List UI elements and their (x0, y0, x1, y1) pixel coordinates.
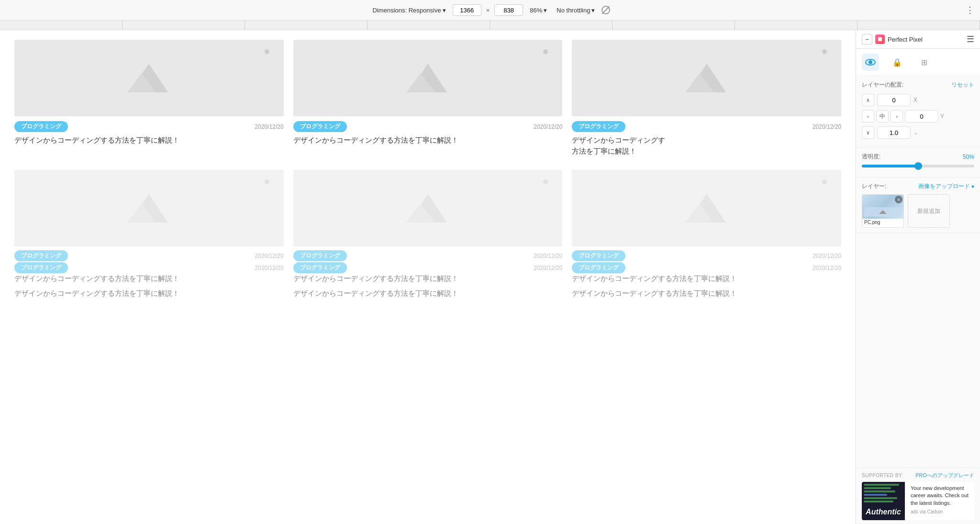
pp-title: Perfect Pixel (888, 36, 923, 43)
article-card-ghost-2: プログラミング 2020/12/20 プログラミング 2020/12/20 デザ… (293, 170, 563, 302)
card-title-2: デザインからコーディングする方法を丁寧に解説！ (293, 135, 563, 150)
pp-down-arrow[interactable]: ∨ (862, 126, 874, 139)
category-badge-2[interactable]: プログラミング (293, 121, 347, 132)
ghost-badge-1b: プログラミング (14, 262, 68, 273)
card-image-circle-2 (543, 49, 548, 54)
zoom-label: 86% (530, 7, 542, 14)
pp-x-label: X (913, 97, 920, 103)
pp-scale-input[interactable] (877, 126, 911, 139)
pp-x-input[interactable] (877, 94, 911, 106)
pp-center-button[interactable]: 中 (876, 110, 889, 123)
card-image-ghost-2 (293, 170, 563, 246)
pp-upgrade-button[interactable]: PROへのアップグレード (915, 472, 974, 479)
pp-opacity-slider[interactable] (862, 165, 974, 167)
pp-tab-eye[interactable] (862, 54, 879, 71)
ruler-bar (0, 21, 980, 30)
pp-left-arrow[interactable]: ‹ (862, 110, 874, 123)
pp-reset-button[interactable]: リセット (951, 81, 974, 89)
category-badge-3[interactable]: プログラミング (572, 121, 625, 132)
pp-logo (875, 34, 885, 44)
pp-supported-header: SUPPORTED BY: PROへのアップグレード (862, 472, 974, 479)
ghost-date-2b: 2020/12/20 (534, 265, 562, 271)
pp-ad-card[interactable]: Authentic Your new development career aw… (862, 482, 974, 520)
pp-ad-image: Authentic (862, 482, 905, 520)
card-image-circle-3 (822, 49, 827, 54)
pp-slider-thumb[interactable] (914, 162, 922, 170)
pp-layer-section: レイヤー: 画像をアップロード ▾ × (856, 178, 980, 233)
pp-scale-row: ∨ ⌄ (862, 126, 974, 139)
pp-layer-item-1[interactable]: × PC.png (862, 194, 904, 228)
svg-marker-12 (879, 210, 887, 214)
pp-header: − Perfect Pixel ☰ (856, 30, 980, 49)
dimensions-dropdown[interactable]: Dimensions: Responsive ▾ (370, 6, 449, 15)
pp-ad-brand: Authentic (864, 508, 903, 516)
pp-logo-pixel (878, 37, 882, 41)
ghost-date-3a: 2020/12/20 (813, 253, 841, 259)
article-grid-row2: プログラミング 2020/12/20 プログラミング 2020/12/20 デザ… (14, 170, 841, 302)
code-line (864, 487, 891, 489)
ghost-date-1b: 2020/12/20 (255, 265, 284, 271)
ruler-segment (245, 21, 368, 30)
ghost-title-1b: デザインからコーディングする方法を丁寧に解説！ (14, 288, 284, 303)
lock-icon: 🔒 (892, 58, 902, 67)
pp-header-left: − Perfect Pixel (862, 34, 923, 45)
pp-up-arrow[interactable]: ∧ (862, 94, 874, 106)
article-card-ghost-1: プログラミング 2020/12/20 プログラミング 2020/12/20 デザ… (14, 170, 284, 302)
pp-layer-close-1[interactable]: × (895, 196, 902, 203)
pp-upload-button[interactable]: 画像をアップロード ▾ (918, 182, 974, 190)
pp-y-row: ‹ 中 › Y (862, 110, 974, 123)
height-input[interactable] (494, 4, 523, 16)
card-image-ghost-1 (14, 170, 284, 246)
pp-ad-text-content: Your new development career awaits. Chec… (911, 485, 972, 507)
ruler-segment (858, 21, 980, 30)
more-options-icon[interactable]: ⋮ (966, 5, 974, 15)
pp-minimize-button[interactable]: − (862, 34, 872, 45)
card-image-circle-ghost-3 (822, 179, 827, 184)
pp-tabs: 🔒 ⊞ (856, 49, 980, 76)
pp-layer-position-section: レイヤーの配置: リセット ∧ X ‹ 中 › Y ∨ ⌄ (856, 76, 980, 148)
article-card-1: プログラミング 2020/12/20 デザインからコーディングする方法を丁寧に解… (14, 40, 284, 160)
ruler-segment (612, 21, 735, 30)
article-card-3: プログラミング 2020/12/20 デザインからコーディングす方法を丁寧に解説… (572, 40, 841, 160)
article-grid-container: プログラミング 2020/12/20 デザインからコーディングする方法を丁寧に解… (0, 30, 856, 312)
code-line (864, 494, 887, 496)
throttle-dropdown[interactable]: No throttling ▾ (554, 6, 598, 15)
pp-x-row: ∧ X (862, 94, 974, 106)
article-card-ghost-3: プログラミング 2020/12/20 プログラミング 2020/12/20 デザ… (572, 170, 841, 302)
perfect-pixel-panel: − Perfect Pixel ☰ 🔒 ⊞ レイヤーの配置: (856, 30, 980, 524)
pp-y-input[interactable] (905, 110, 938, 123)
ruler-segment (735, 21, 858, 30)
ghost-title-container-2: デザインからコーディングする方法を丁寧に解説！ デザインからコーディングする方法… (293, 273, 563, 302)
article-card-2: プログラミング 2020/12/20 デザインからコーディングする方法を丁寧に解… (293, 40, 563, 160)
card-image-circle-ghost-2 (543, 179, 548, 184)
pp-upload-label: 画像をアップロード (918, 182, 970, 190)
ghost-badge-2a: プログラミング (293, 250, 347, 261)
no-throttle-icon (601, 6, 610, 14)
pp-add-layer-button[interactable]: 新規追加 (908, 194, 950, 228)
code-line (864, 484, 899, 486)
ghost-title-container-3: デザインからコーディングする方法を丁寧に解説！ デザインからコーディングする方法… (572, 273, 841, 302)
throttle-chevron: ▾ (591, 7, 595, 14)
card-image-ghost-3 (572, 170, 841, 246)
category-badge-1[interactable]: プログラミング (14, 121, 68, 132)
pp-section-header: レイヤーの配置: リセット (862, 81, 974, 89)
card-image-circle-ghost-1 (265, 179, 269, 184)
pp-tab-lock[interactable]: 🔒 (889, 54, 906, 71)
pp-layer-position-label: レイヤーの配置: (862, 81, 903, 89)
pp-tab-layers[interactable]: ⊞ (915, 54, 933, 71)
ghost-title-container-1: デザインからコーディングする方法を丁寧に解説！ デザインからコーディングする方法… (14, 273, 284, 302)
ghost-meta-1: プログラミング 2020/12/20 プログラミング 2020/12/20 (14, 250, 284, 273)
width-input[interactable] (453, 4, 481, 16)
pp-supported-section: SUPPORTED BY: PROへのアップグレード Authentic (856, 468, 980, 524)
pp-menu-button[interactable]: ☰ (967, 34, 974, 45)
card-date-2: 2020/12/20 (534, 123, 562, 130)
card-title-1: デザインからコーディングする方法を丁寧に解説！ (14, 135, 284, 150)
main-area: プログラミング 2020/12/20 デザインからコーディングする方法を丁寧に解… (0, 30, 980, 524)
pp-right-arrow[interactable]: › (891, 110, 903, 123)
code-line (864, 501, 893, 502)
ghost-title-3a: デザインからコーディングする方法を丁寧に解説！ (572, 273, 841, 288)
pp-upload-chevron: ▾ (971, 183, 974, 190)
pp-layer-name-1: PC.png (862, 219, 903, 226)
ghost-date-3b: 2020/12/20 (813, 265, 841, 271)
zoom-dropdown[interactable]: 86% ▾ (527, 6, 550, 15)
